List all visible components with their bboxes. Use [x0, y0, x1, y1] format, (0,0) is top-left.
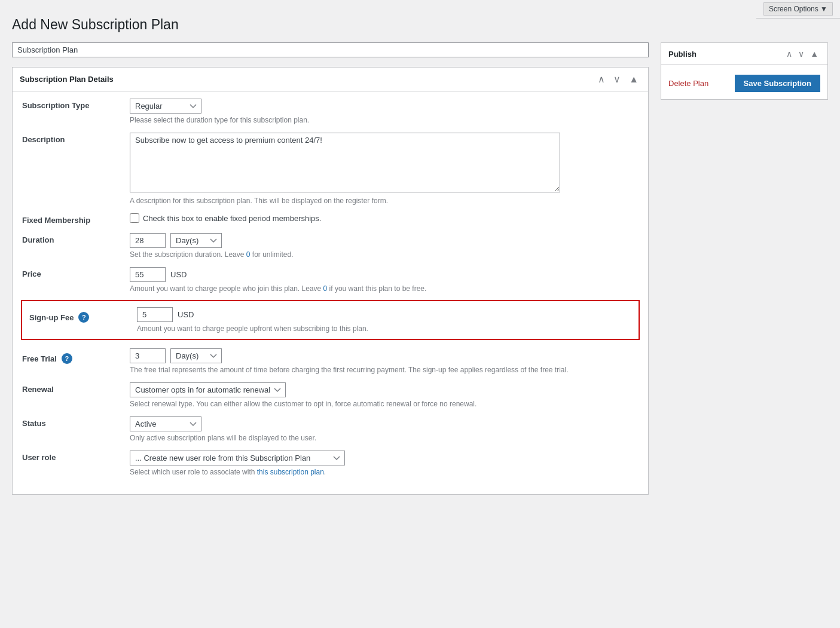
metabox-header: Subscription Plan Details ∧ ∨ ▲ [13, 68, 648, 91]
user-role-label: User role [22, 451, 130, 462]
publish-box: Publish ∧ ∨ ▲ Delete Plan Save Subscript… [661, 42, 828, 100]
renewal-field: Customer opts in for automatic renewal F… [130, 382, 639, 408]
plan-title-input[interactable] [12, 42, 649, 57]
renewal-select[interactable]: Customer opts in for automatic renewal F… [130, 382, 286, 397]
free-trial-label-group: Free Trial ? [22, 351, 130, 364]
user-role-help: Select which user role to associate with… [130, 468, 639, 476]
metabox-expand-button[interactable]: ▲ [627, 72, 641, 86]
free-trial-help: The free trial represents the amount of … [130, 366, 639, 374]
user-role-row: User role ... Create new user role from … [22, 451, 639, 476]
description-textarea[interactable]: Subscribe now to get access to premium c… [130, 133, 560, 192]
metabox-collapse-down-button[interactable]: ∨ [611, 72, 623, 86]
free-trial-inputs: Day(s) Week(s) Month(s) Year(s) [130, 348, 639, 363]
price-help: Amount you want to charge people who joi… [130, 284, 639, 293]
price-field: USD Amount you want to charge people who… [130, 267, 639, 293]
price-row: Price USD Amount you want to charge peop… [22, 267, 639, 293]
price-currency: USD [170, 270, 187, 279]
duration-row: Duration Day(s) Week(s) Month(s) Year(s) [22, 233, 639, 259]
subscription-type-select[interactable]: Regular Lifetime Free [130, 99, 201, 114]
publish-controls: ∧ ∨ ▲ [784, 48, 820, 60]
free-trial-label: Free Trial [22, 354, 57, 363]
metabox-body: Subscription Type Regular Lifetime Free … [13, 91, 648, 494]
fixed-membership-field: Check this box to enable fixed period me… [130, 213, 639, 223]
user-role-link[interactable]: this subscription plan [257, 468, 324, 476]
description-help: A description for this subscription plan… [130, 197, 639, 205]
signup-fee-label-container: Sign-up Fee ? [29, 307, 137, 323]
metabox-title: Subscription Plan Details [20, 75, 114, 84]
status-help: Only active subscription plans will be d… [130, 434, 639, 442]
signup-fee-field: USD Amount you want to charge people upf… [137, 307, 631, 333]
content-area: Subscription Plan Details ∧ ∨ ▲ Subscrip… [12, 42, 649, 507]
duration-field: Day(s) Week(s) Month(s) Year(s) Set the … [130, 233, 639, 259]
free-trial-label-container: Free Trial ? [22, 348, 130, 364]
metabox-controls: ∧ ∨ ▲ [595, 72, 641, 86]
status-select[interactable]: Active Inactive [130, 416, 201, 431]
screen-options-bar: Screen Options ▼ [756, 0, 840, 19]
signup-fee-label-group: Sign-up Fee ? [29, 310, 137, 323]
free-trial-help-icon[interactable]: ? [62, 353, 72, 364]
free-trial-input[interactable] [130, 348, 166, 363]
signup-fee-row: Sign-up Fee ? USD Amount you want to cha… [21, 300, 640, 340]
publish-body: Delete Plan Save Subscription [661, 65, 827, 99]
status-row: Status Active Inactive Only active subsc… [22, 416, 639, 442]
description-row: Description Subscribe now to get access … [22, 133, 639, 205]
delete-plan-link[interactable]: Delete Plan [668, 79, 708, 88]
fixed-membership-row: Fixed Membership Check this box to enabl… [22, 213, 639, 225]
description-label: Description [22, 133, 130, 144]
publish-actions: Delete Plan Save Subscription [668, 75, 820, 92]
fixed-membership-checkbox-text: Check this box to enable fixed period me… [143, 214, 321, 223]
publish-expand-button[interactable]: ▲ [808, 48, 820, 60]
fixed-membership-checkbox[interactable] [130, 213, 139, 223]
signup-fee-label: Sign-up Fee [29, 313, 74, 322]
fixed-membership-label: Fixed Membership [22, 213, 130, 225]
renewal-label: Renewal [22, 382, 130, 394]
publish-collapse-up-button[interactable]: ∧ [784, 48, 794, 60]
signup-fee-help: Amount you want to charge people upfront… [137, 324, 631, 333]
publish-title: Publish [668, 50, 697, 59]
free-trial-unit-select[interactable]: Day(s) Week(s) Month(s) Year(s) [170, 348, 222, 363]
page-title: Add New Subscription Plan [12, 17, 828, 33]
free-trial-field: Day(s) Week(s) Month(s) Year(s) The free… [130, 348, 639, 374]
duration-help: Set the subscription duration. Leave 0 f… [130, 250, 639, 259]
signup-fee-input[interactable] [137, 307, 173, 322]
subscription-plan-details-metabox: Subscription Plan Details ∧ ∨ ▲ Subscrip… [12, 67, 649, 495]
publish-header: Publish ∧ ∨ ▲ [661, 43, 827, 65]
price-inputs: USD [130, 267, 639, 282]
user-role-field: ... Create new user role from this Subsc… [130, 451, 639, 476]
fixed-membership-checkbox-label[interactable]: Check this box to enable fixed period me… [130, 213, 639, 223]
free-trial-row: Free Trial ? Day(s) Week(s) Month(s) [22, 348, 639, 374]
renewal-row: Renewal Customer opts in for automatic r… [22, 382, 639, 408]
duration-inputs: Day(s) Week(s) Month(s) Year(s) [130, 233, 639, 248]
save-subscription-button[interactable]: Save Subscription [735, 75, 820, 92]
duration-input[interactable] [130, 233, 166, 248]
subscription-type-row: Subscription Type Regular Lifetime Free … [22, 99, 639, 124]
publish-collapse-down-button[interactable]: ∨ [796, 48, 806, 60]
price-label: Price [22, 267, 130, 278]
metabox-collapse-up-button[interactable]: ∧ [595, 72, 607, 86]
duration-label: Duration [22, 233, 130, 244]
subscription-type-label: Subscription Type [22, 99, 130, 110]
sidebar-area: Publish ∧ ∨ ▲ Delete Plan Save Subscript… [661, 42, 828, 100]
screen-options-button[interactable]: Screen Options ▼ [763, 2, 833, 16]
duration-unit-select[interactable]: Day(s) Week(s) Month(s) Year(s) [170, 233, 222, 248]
user-role-select[interactable]: ... Create new user role from this Subsc… [130, 451, 345, 465]
signup-fee-currency: USD [178, 310, 194, 319]
price-input[interactable] [130, 267, 166, 282]
status-label: Status [22, 416, 130, 428]
signup-fee-help-icon[interactable]: ? [78, 312, 89, 323]
subscription-type-field: Regular Lifetime Free Please select the … [130, 99, 639, 124]
subscription-type-help: Please select the duration type for this… [130, 116, 639, 124]
signup-fee-inputs: USD [137, 307, 631, 322]
status-field: Active Inactive Only active subscription… [130, 416, 639, 442]
description-field: Subscribe now to get access to premium c… [130, 133, 639, 205]
renewal-help: Select renewal type. You can either allo… [130, 400, 639, 408]
